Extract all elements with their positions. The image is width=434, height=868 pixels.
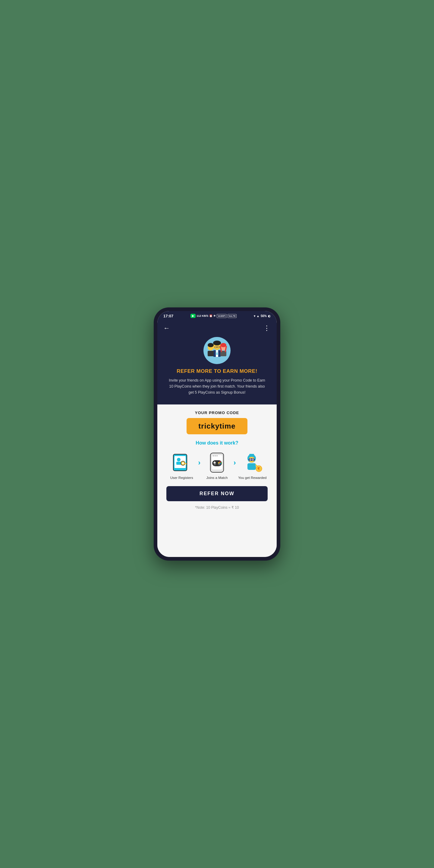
gamepad-icon (206, 452, 228, 473)
step-rewarded: ₹ You get Rewarded (237, 452, 268, 479)
svg-text:₹: ₹ (257, 467, 260, 471)
svg-point-34 (214, 464, 216, 465)
how-it-works-label: How does it work? (195, 440, 238, 446)
wifi-icon: ▾ (254, 314, 255, 318)
svg-point-33 (218, 462, 219, 464)
nav-bar: ← ⋮ (163, 324, 271, 332)
subtitle: Invite your friends on App using your Pr… (169, 377, 265, 396)
battery-text: 56% (261, 314, 267, 318)
svg-rect-17 (176, 462, 181, 465)
phone-screen: 17:07 ▶ 112 KB/S ⏰ ✳ VoWiFi VoLTE ▾ ▲ 56… (157, 311, 277, 557)
status-right-icons: ▾ ▲ 56% ◐ (254, 314, 271, 318)
svg-rect-21 (186, 463, 186, 465)
step-user-registers: User Registers (166, 452, 197, 479)
status-bar: 17:07 ▶ 112 KB/S ⏰ ✳ VoWiFi VoLTE ▾ ▲ 56… (157, 311, 277, 321)
bluetooth-icon: ✳ (213, 314, 216, 317)
arrow2: › (232, 458, 237, 467)
volte-badge: VoLTE (227, 314, 237, 318)
svg-point-4 (213, 341, 221, 345)
svg-rect-29 (214, 461, 215, 464)
svg-rect-26 (216, 456, 218, 456)
svg-rect-44 (249, 454, 254, 456)
svg-point-41 (250, 459, 251, 460)
vowifi-badge: VoWiFi (217, 314, 226, 318)
battery-icon: ◐ (268, 314, 271, 318)
svg-rect-6 (208, 351, 214, 356)
promo-label: YOUR PROMO CODE (195, 410, 239, 415)
svg-rect-45 (247, 463, 256, 470)
svg-point-19 (182, 462, 184, 464)
group-illustration-svg (204, 337, 230, 364)
status-center-icons: ▶ 112 KB/S ⏰ ✳ VoWiFi VoLTE (190, 314, 237, 318)
step3-label: You get Rewarded (238, 476, 267, 479)
svg-rect-24 (213, 456, 214, 456)
svg-point-42 (253, 459, 253, 460)
bottom-section: YOUR PROMO CODE trickytime How does it w… (157, 404, 277, 557)
step-joins-match: Joins a Match (202, 452, 232, 479)
arrow1: › (197, 458, 202, 467)
group-avatar (204, 337, 230, 364)
svg-point-7 (208, 343, 214, 347)
step2-label: Joins a Match (207, 476, 228, 479)
back-button[interactable]: ← (163, 324, 170, 332)
more-options-button[interactable]: ⋮ (264, 324, 271, 332)
status-time: 17:07 (163, 314, 173, 318)
network-speed: 112 KB/S (196, 314, 208, 317)
reward-icon: ₹ (241, 452, 263, 473)
svg-point-16 (177, 458, 181, 461)
svg-point-35 (218, 464, 220, 465)
svg-point-13 (220, 343, 226, 347)
alarm-icon: ⏰ (209, 314, 213, 317)
signal-icon: ▲ (256, 314, 259, 318)
step1-label: User Registers (170, 476, 193, 479)
note-text: *Note: 10 PlayCoins ≈ ₹ 10 (195, 505, 239, 510)
headline: REFER MORE TO EARN MORE! (177, 368, 257, 374)
svg-rect-25 (215, 456, 216, 456)
top-section: ← ⋮ (157, 321, 277, 404)
phone-frame: 17:07 ▶ 112 KB/S ⏰ ✳ VoWiFi VoLTE ▾ ▲ 56… (154, 307, 280, 561)
promo-code-text: trickytime (198, 422, 236, 430)
user-register-icon (171, 452, 193, 473)
svg-point-30 (219, 461, 221, 463)
refer-now-button[interactable]: REFER NOW (166, 486, 268, 501)
steps-row: User Registers › (166, 452, 268, 479)
promo-code-box[interactable]: trickytime (187, 418, 247, 434)
svg-point-31 (220, 462, 222, 464)
video-icon: ▶ (190, 314, 195, 318)
